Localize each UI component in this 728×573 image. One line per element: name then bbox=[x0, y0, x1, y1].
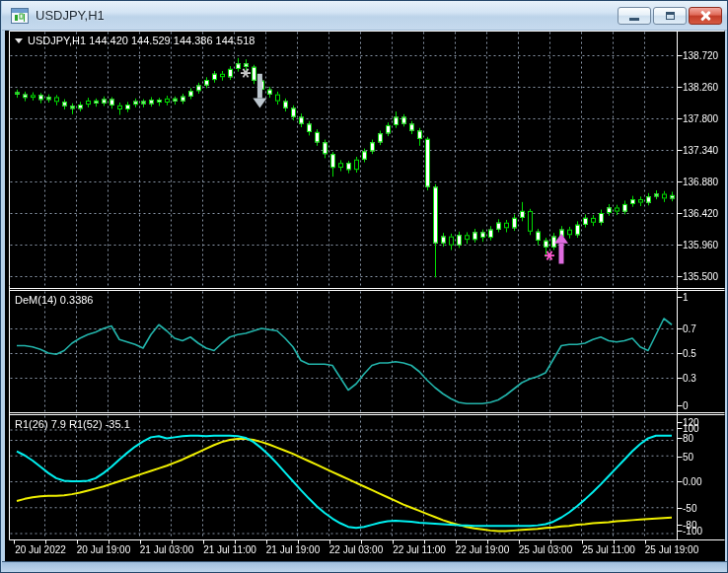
price-scale-label: 135.500 bbox=[683, 271, 718, 282]
minimize-button[interactable] bbox=[618, 7, 651, 25]
price-scale-label: 137.800 bbox=[683, 113, 718, 124]
r1-scale-label: 50 bbox=[683, 452, 693, 463]
window-title: USDJPY,H1 bbox=[36, 8, 105, 23]
dem-scale-label: 1 bbox=[683, 292, 689, 303]
price-scale-label: 136.420 bbox=[683, 208, 718, 219]
chart-window-icon bbox=[11, 8, 29, 24]
minimize-icon bbox=[629, 18, 639, 21]
price-scale-label: 135.960 bbox=[683, 240, 718, 251]
time-scale-label: 21 Jul 19:00 bbox=[266, 544, 321, 555]
restore-icon bbox=[666, 12, 675, 20]
chart-header: USDJPY,H1 144.420 144.529 144.386 144.51… bbox=[15, 35, 255, 46]
time-scale-label: 25 Jul 11:00 bbox=[582, 544, 635, 555]
price-scale-label: 136.880 bbox=[683, 177, 718, 187]
time-scale-label: 21 Jul 11:00 bbox=[203, 544, 256, 555]
r1-scale-label: 0.00 bbox=[683, 476, 701, 487]
close-icon bbox=[700, 11, 710, 21]
r1-scale-label: -50 bbox=[683, 503, 696, 514]
r1-scale-label: -100 bbox=[683, 526, 702, 537]
dem-scale-label: 0.3 bbox=[683, 373, 696, 384]
collapse-caret-icon bbox=[15, 38, 23, 43]
time-scale-label: 20 Jul 19:00 bbox=[77, 544, 131, 555]
price-scale-label: 138.260 bbox=[683, 82, 718, 93]
price-scale-label: 137.340 bbox=[683, 145, 718, 156]
dem-scale-label: 0 bbox=[683, 400, 689, 411]
mt4-chart-window: USDJPY,H1 USDJPY,H1 144.420 144.529 144.… bbox=[0, 0, 728, 573]
time-scale-label: 22 Jul 03:00 bbox=[329, 544, 384, 555]
r1-scale-label: 80 bbox=[683, 433, 693, 444]
price-scale-label: 138.720 bbox=[683, 50, 718, 61]
price-chart-canvas[interactable] bbox=[1, 1, 728, 573]
time-scale-label: 25 Jul 03:00 bbox=[519, 544, 573, 555]
close-button[interactable] bbox=[689, 7, 722, 25]
window-bottom-frame bbox=[2, 561, 728, 573]
chart-header-text: USDJPY,H1 144.420 144.529 144.386 144.51… bbox=[28, 35, 255, 46]
dem-indicator-label: DeM(14) 0.3386 bbox=[15, 294, 94, 306]
dem-scale-label: 0.5 bbox=[683, 348, 696, 359]
time-scale-label: 20 Jul 2022 bbox=[15, 544, 66, 555]
dem-scale-label: 0.7 bbox=[683, 323, 696, 334]
time-scale-label: 22 Jul 19:00 bbox=[456, 544, 510, 555]
time-scale-label: 21 Jul 03:00 bbox=[140, 544, 194, 555]
time-scale-label: 22 Jul 11:00 bbox=[393, 544, 446, 555]
time-scale-label: 25 Jul 19:00 bbox=[645, 544, 699, 555]
restore-button[interactable] bbox=[653, 7, 687, 25]
window-titlebar[interactable]: USDJPY,H1 bbox=[2, 1, 728, 31]
r1-indicator-label: R1(26) 7.9 R1(52) -35.1 bbox=[15, 418, 130, 430]
